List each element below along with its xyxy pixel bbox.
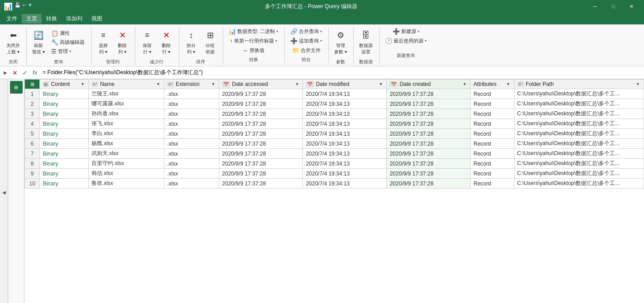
cell-date-modified: 2020/7/4 19:34:13 — [303, 149, 387, 159]
formula-expand-button[interactable]: ▶ — [2, 69, 9, 76]
formula-fx-label: fx — [31, 69, 39, 76]
manage-button[interactable]: ☰ 管理 ▾ — [48, 47, 87, 56]
cell-folder-path: C:\Users\yahui\Desktop\数据汇总\多个工... — [514, 169, 644, 179]
data-type-button[interactable]: 📊 数据类型: 二进制 ▾ — [226, 27, 281, 36]
keep-row-button[interactable]: ≡ 保留行 ▾ — [138, 27, 156, 57]
cell-attributes: Record — [471, 129, 514, 139]
select-col-button[interactable]: ≡ 选择列 ▾ — [94, 27, 112, 57]
manage-col-buttons: ≡ 选择列 ▾ ✕ 删除列 ▾ — [94, 27, 131, 57]
col-header-date-modified[interactable]: 📅 Date modified ▼ — [303, 80, 387, 89]
menu-view[interactable]: 视图 — [87, 14, 107, 24]
menu-transform[interactable]: 转换 — [42, 14, 62, 24]
table-row: 8Binary百里守约.xlsx.xlsx2020/9/9 17:37:2820… — [25, 159, 644, 169]
window-controls[interactable]: ─ □ ✕ — [586, 0, 640, 13]
cell-content[interactable]: Binary — [40, 99, 88, 109]
newquery-label: 新建查询 — [397, 52, 415, 59]
first-row-button[interactable]: ↑ 将第一行用作标题 ▾ — [227, 37, 280, 45]
col-header-content[interactable]: ⊞ Content ▼ — [40, 80, 88, 89]
col-header-folder-path[interactable]: Aᶻ Folder Path ▼ — [514, 80, 644, 89]
date-acc-filter-btn[interactable]: ▼ — [294, 81, 300, 87]
reduce-row-buttons: ≡ 保留行 ▾ ✕ 删除行 ▾ — [138, 27, 175, 57]
attr-filter-btn[interactable]: ▼ — [505, 81, 511, 87]
delete-col-button[interactable]: ✕ 删除列 ▾ — [113, 27, 131, 57]
ext-filter-btn[interactable]: ▼ — [210, 81, 216, 87]
cell-date-accessed: 2020/9/9 17:37:28 — [219, 149, 303, 159]
formula-confirm-button[interactable]: ✓ — [21, 69, 29, 76]
replace-val-button[interactable]: ↔ 替换值 — [240, 46, 267, 55]
merge-query-button[interactable]: 🔗 合并查询 ▾ — [288, 27, 325, 36]
data-area[interactable]: ⊞ ⊞ Content ▼ — [24, 79, 644, 303]
col-header-extension[interactable]: Aᶻ Extension ▼ — [164, 80, 219, 89]
table-row: 3Binary孙尚香.xlsx.xlsx2020/9/9 17:37:28202… — [25, 109, 644, 119]
minimize-button[interactable]: ─ — [586, 0, 604, 13]
row-number: 4 — [25, 119, 40, 129]
date-mod-filter-btn[interactable]: ▼ — [378, 81, 384, 87]
formula-input[interactable] — [41, 70, 642, 76]
row-number: 5 — [25, 129, 40, 139]
first-row-icon: ↑ — [230, 38, 233, 44]
col-header-name[interactable]: Aᶻ Name ▼ — [88, 80, 164, 89]
merge-file-button[interactable]: 📁 合并文件 — [289, 46, 323, 55]
cell-date-accessed: 2020/9/9 17:37:28 — [219, 169, 303, 179]
data-table: ⊞ ⊞ Content ▼ — [24, 79, 644, 189]
group-by-button[interactable]: ⊞ 分组依据 — [201, 27, 219, 57]
cell-content[interactable]: Binary — [40, 119, 88, 129]
sidebar-toggle[interactable]: ◀ — [0, 79, 8, 303]
query-icon[interactable]: ⊞ — [10, 81, 23, 94]
split-col-button[interactable]: ↕ 拆分列 ▾ — [182, 27, 200, 57]
col-date-acc-label: Date accessed — [232, 81, 268, 87]
cell-content[interactable]: Binary — [40, 179, 88, 189]
transform-buttons: 📊 数据类型: 二进制 ▾ ↑ 将第一行用作标题 ▾ ↔ 替换值 — [226, 27, 281, 55]
col-header-date-accessed[interactable]: 📅 Date accessed ▼ — [219, 80, 303, 89]
cell-content[interactable]: Binary — [40, 169, 88, 179]
append-query-icon: ➕ — [290, 38, 298, 44]
cell-content[interactable]: Binary — [40, 109, 88, 119]
col-header-select[interactable]: ⊞ — [25, 80, 40, 89]
fp-filter-btn[interactable]: ▼ — [635, 81, 641, 87]
menu-home[interactable]: 主页 — [22, 14, 42, 24]
formula-cancel-button[interactable]: ✕ — [11, 69, 19, 76]
cell-date-modified: 2020/7/4 19:34:13 — [303, 179, 387, 189]
col-header-attributes[interactable]: Attributes ▼ — [471, 80, 514, 89]
cell-content[interactable]: Binary — [40, 129, 88, 139]
cell-content[interactable]: Binary — [40, 89, 88, 99]
content-filter-btn[interactable]: ▼ — [80, 81, 86, 87]
menu-file[interactable]: 文件 — [2, 14, 22, 24]
merge-file-label: 合并文件 — [301, 47, 321, 54]
refresh-button[interactable]: 🔄 刷新预览 ▾ — [29, 27, 48, 57]
advanced-editor-icon: 🔧 — [51, 39, 58, 46]
cell-content[interactable]: Binary — [40, 159, 88, 169]
cell-attributes: Record — [471, 99, 514, 109]
datasrc-settings-button[interactable]: 🗄 数据源设置 — [356, 27, 375, 57]
sort-buttons: ↕ 拆分列 ▾ ⊞ 分组依据 — [182, 27, 219, 57]
col-header-date-created[interactable]: 📅 Date created ▼ — [387, 80, 471, 89]
append-query-button[interactable]: ➕ 追加查询 ▾ — [288, 37, 325, 45]
cell-date-modified: 2020/7/4 19:34:13 — [303, 119, 387, 129]
new-source-icon: ➕ — [393, 28, 400, 35]
properties-button[interactable]: 📋 属性 — [48, 29, 87, 38]
ribbon-group-close: ⬅ 关闭并上载 ▾ 关闭 — [2, 27, 27, 65]
delete-row-button[interactable]: ✕ 删除行 ▾ — [157, 27, 175, 57]
col-ext-label: Extension — [176, 81, 200, 87]
table-row: 7Binary武则天.xlsx.xlsx2020/9/9 17:37:28202… — [25, 149, 644, 159]
name-filter-btn[interactable]: ▼ — [155, 81, 161, 87]
datasrc-label: 数据源 — [359, 59, 373, 65]
cell-content[interactable]: Binary — [40, 149, 88, 159]
maximize-button[interactable]: □ — [604, 0, 622, 13]
close-button[interactable]: ✕ — [622, 0, 640, 13]
delete-col-icon: ✕ — [116, 29, 129, 42]
advanced-editor-button[interactable]: 🔧 高级编辑器 — [48, 38, 87, 47]
row-number: 10 — [25, 179, 40, 189]
menu-addcol[interactable]: 添加列 — [62, 14, 87, 24]
cell-content[interactable]: Binary — [40, 139, 88, 149]
cell-attributes: Record — [471, 159, 514, 169]
recent-source-button[interactable]: 🕐 最近使用的源 ▾ — [382, 37, 429, 45]
manage-param-button[interactable]: ⚙ 管理参数 ▾ — [332, 27, 350, 57]
new-source-button[interactable]: ➕ 新建源 ▾ — [390, 27, 422, 36]
split-col-icon: ↕ — [185, 29, 197, 42]
close-load-button[interactable]: ⬅ 关闭并上载 ▾ — [4, 27, 23, 57]
merge-query-label: 合并查询 — [299, 28, 319, 35]
table-row: 4Binary张飞.xlsx.xlsx2020/9/9 17:37:282020… — [25, 119, 644, 129]
cell-attributes: Record — [471, 139, 514, 149]
date-cre-filter-btn[interactable]: ▼ — [462, 81, 468, 87]
